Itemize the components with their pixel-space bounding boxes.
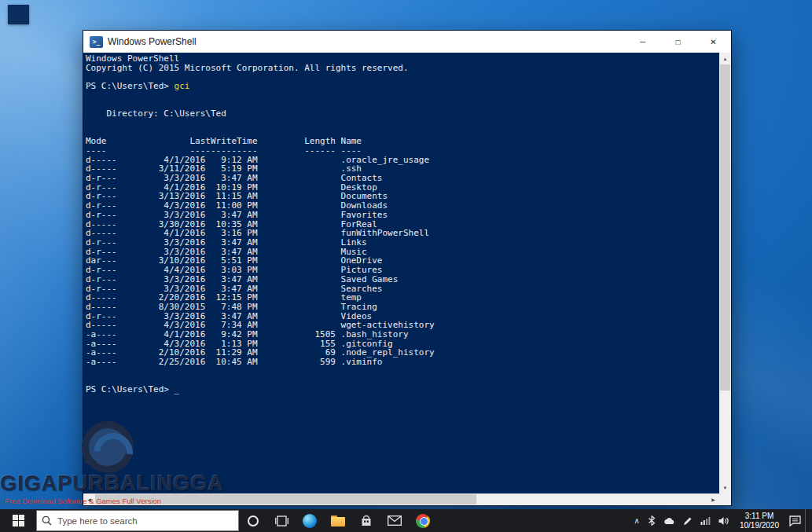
action-center-icon	[789, 515, 801, 526]
console-line: ---- ------------- ------ ----	[86, 146, 719, 156]
console-line	[86, 119, 719, 128]
maximize-button[interactable]: □	[660, 31, 696, 53]
bluetooth-icon	[648, 515, 656, 526]
scroll-down-button[interactable]: ▼	[719, 482, 731, 493]
taskbar-search[interactable]	[36, 510, 239, 531]
taskbar-clock[interactable]: 3:11 PM 10/19/2020	[733, 512, 785, 530]
command-text: gci	[175, 81, 190, 91]
scroll-up-button[interactable]: ▲	[719, 53, 731, 64]
start-button[interactable]	[0, 509, 36, 532]
console-line: -a---- 2/25/2016 10:45 AM 599 .viminfo	[86, 358, 719, 367]
console-line: d-r--- 3/3/2016 3:47 AM Contacts	[86, 174, 719, 183]
console-line: Directory: C:\Users\Ted	[86, 109, 719, 119]
horizontal-scrollbar[interactable]: ◀ ▶	[83, 493, 719, 505]
final-prompt-line: PS C:\Users\Ted> _	[86, 385, 719, 394]
vertical-scroll-thumb[interactable]	[720, 64, 730, 391]
onedrive-tray-button[interactable]	[660, 509, 679, 532]
window-title: Windows PowerShell	[108, 36, 197, 47]
file-explorer-icon	[331, 515, 345, 526]
taskbar: ∧	[0, 509, 812, 532]
titlebar[interactable]: >_ Windows PowerShell ─ □ ✕	[83, 31, 731, 53]
cortana-icon	[248, 515, 259, 526]
clock-date: 10/19/2020	[740, 521, 779, 530]
prompt-text: PS C:\Users\Ted>	[86, 384, 175, 394]
clock-time: 3:11 PM	[740, 512, 779, 521]
powershell-icon: >_	[90, 36, 103, 48]
text-cursor: _	[175, 384, 180, 394]
horizontal-scroll-thumb[interactable]	[95, 494, 476, 504]
network-icon	[700, 516, 711, 525]
window-controls: ─ □ ✕	[625, 31, 731, 53]
search-input[interactable]	[57, 516, 215, 526]
edge-button[interactable]	[296, 509, 324, 532]
console-line	[86, 91, 719, 101]
console-line: Windows PowerShell	[86, 54, 719, 64]
cortana-button[interactable]	[239, 509, 267, 532]
chrome-icon	[416, 514, 430, 528]
console-line: d-r--- 3/3/2016 3:47 AM Links	[86, 238, 719, 248]
mail-icon	[388, 515, 402, 526]
file-explorer-button[interactable]	[324, 509, 352, 532]
prompt-text: PS C:\Users\Ted>	[86, 81, 175, 91]
console-line	[86, 376, 719, 386]
task-view-icon	[275, 515, 288, 526]
console[interactable]: Windows PowerShellCopyright (C) 2015 Mic…	[83, 53, 731, 505]
bluetooth-tray-button[interactable]	[644, 509, 660, 532]
search-icon	[42, 515, 52, 526]
console-banner: Windows PowerShellCopyright (C) 2015 Mic…	[86, 54, 719, 82]
console-line	[86, 367, 719, 376]
edge-icon	[303, 514, 317, 528]
powershell-window: >_ Windows PowerShell ─ □ ✕ Windows Powe…	[83, 30, 732, 506]
vertical-scrollbar[interactable]: ▲ ▼	[719, 53, 731, 493]
console-line: d-r--- 3/3/2016 3:47 AM Saved Games	[86, 275, 719, 284]
prompt-line: PS C:\Users\Ted> gci	[86, 82, 719, 91]
action-center-button[interactable]	[785, 509, 805, 532]
chrome-button[interactable]	[409, 509, 437, 532]
console-line: Copyright (C) 2015 Microsoft Corporation…	[86, 64, 719, 73]
desktop-shortcut[interactable]	[8, 5, 29, 24]
console-output: Windows PowerShellCopyright (C) 2015 Mic…	[83, 53, 719, 493]
scrollbar-corner	[719, 493, 731, 505]
pen-icon	[683, 516, 693, 526]
tray-expand-button[interactable]: ∧	[630, 509, 644, 532]
store-icon	[360, 515, 373, 527]
scroll-right-button[interactable]: ▶	[707, 493, 719, 505]
windows-logo-icon	[13, 515, 24, 526]
minimize-button[interactable]: ─	[625, 31, 660, 53]
system-tray: ∧	[630, 509, 812, 532]
volume-icon	[718, 516, 729, 526]
console-line: d----- 8/30/2015 7:48 PM Tracing	[86, 303, 719, 312]
network-tray-button[interactable]	[696, 509, 715, 532]
mail-button[interactable]	[380, 509, 409, 532]
directory-listing: Directory: C:\Users\TedMode LastWriteTim…	[86, 91, 719, 385]
show-desktop-button[interactable]	[805, 509, 809, 532]
console-line: -a---- 4/1/2016 9:42 PM 1505 .bash_histo…	[86, 330, 719, 339]
close-button[interactable]: ✕	[696, 31, 731, 53]
scroll-left-button[interactable]: ◀	[83, 493, 95, 505]
pen-tray-button[interactable]	[679, 509, 696, 532]
volume-tray-button[interactable]	[715, 509, 733, 532]
screen: >_ Windows PowerShell ─ □ ✕ Windows Powe…	[0, 0, 812, 532]
task-view-button[interactable]	[267, 509, 296, 532]
cloud-icon	[663, 517, 675, 525]
store-button[interactable]	[352, 509, 380, 532]
console-line: d-r--- 3/3/2016 3:47 AM Favorites	[86, 211, 719, 220]
